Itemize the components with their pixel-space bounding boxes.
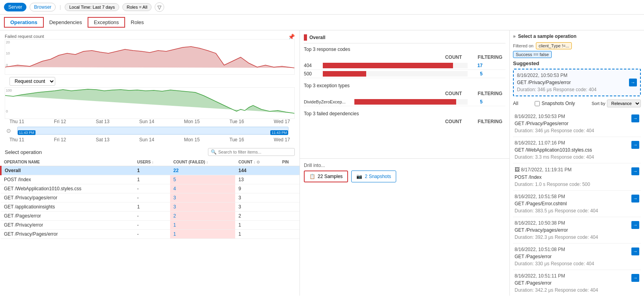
snapshots-only-checkbox[interactable] <box>535 101 540 106</box>
x-label-sun: Sun 14 <box>139 119 154 124</box>
op-count-cell: 3 <box>235 202 279 212</box>
stat-code: 404 <box>304 63 320 68</box>
chart-dropdown[interactable]: Request count <box>9 77 55 86</box>
sample-time: 8/16/2022, 10:51:08 PM <box>515 246 631 253</box>
all-toggle-area: All <box>513 101 518 106</box>
count-sort-icon[interactable]: ↕ <box>254 160 256 164</box>
tr-label-tue: Tue 16 <box>230 137 244 142</box>
list-item[interactable]: 🖼 8/17/2022, 11:19:31 PM POST /Index Dur… <box>513 163 641 191</box>
right-panel: » Select a sample operation Filtered on … <box>510 30 644 296</box>
table-row[interactable]: GET /WebApplication1010.styles.css - 4 9 <box>1 184 300 193</box>
tab-roles[interactable]: Roles <box>125 18 149 27</box>
filter-icon[interactable]: ▽ <box>155 2 164 12</box>
sample-info: 🖼 8/17/2022, 11:19:31 PM POST /Index Dur… <box>515 166 631 188</box>
list-item[interactable]: 8/16/2022, 11:07:16 PM GET /WebApplicati… <box>513 137 641 163</box>
tab-operations[interactable]: Operations <box>4 17 44 28</box>
response-codes-label: Top 3 response codes <box>304 47 505 52</box>
tab-server-button[interactable]: Server <box>4 3 26 11</box>
x-label-fri: Fri 12 <box>54 119 66 124</box>
sample-arrow-button[interactable]: → <box>631 167 639 175</box>
count-failed-sort-icon[interactable]: ↕ <box>206 160 208 164</box>
range-help-icon[interactable]: ⊙ <box>6 128 11 134</box>
samples-button[interactable]: 📋 22 Samples <box>304 171 348 182</box>
snapshots-button[interactable]: 📷 2 Snapshots <box>351 171 396 182</box>
list-item[interactable]: 8/16/2022, 10:50:38 PM GET /Privacy/page… <box>513 217 641 244</box>
sample-arrow-button[interactable]: → <box>631 274 639 282</box>
tr-label-sat: Sat 13 <box>96 137 110 142</box>
sample-arrow-button[interactable]: → <box>631 248 639 255</box>
sample-method: GET /Pages/Error.cshtml <box>515 200 631 207</box>
drill-buttons: 📋 22 Samples 📷 2 Snapshots <box>304 171 505 182</box>
op-pin-cell <box>279 221 300 230</box>
suggested-item[interactable]: 8/16/2022, 10:50:53 PM GET /Privacy/Page… <box>513 69 641 96</box>
op-users-cell: - <box>134 193 170 202</box>
sample-time: 8/16/2022, 10:51:58 PM <box>515 193 631 200</box>
table-row[interactable]: GET /Privacy/error - 1 1 <box>1 221 300 230</box>
tab-exceptions[interactable]: Exceptions <box>88 17 125 28</box>
filter-roles-button[interactable]: Roles = All <box>122 3 152 11</box>
sample-duration: Duration: 342.2 μs Response code: 404 <box>515 287 631 294</box>
tr-label-sun: Sun 14 <box>139 137 154 142</box>
drill-title: Drill into... <box>304 163 505 168</box>
table-row[interactable]: GET /Privacy/Pages/error - 1 1 <box>1 230 300 239</box>
search-box[interactable]: 🔍 <box>208 148 295 156</box>
sample-arrow-button[interactable]: → <box>631 221 639 229</box>
exception-type-row: DivideByZeroExcep... 5 <box>304 98 505 106</box>
list-item[interactable]: 8/16/2022, 10:50:53 PM GET /Privacy/Page… <box>513 111 641 137</box>
overall-label: Overall <box>309 35 326 40</box>
search-input[interactable] <box>218 150 292 154</box>
table-row[interactable]: Overall 1 22 144 <box>1 166 300 175</box>
stat-bar-fill <box>323 63 453 68</box>
col-count: COUNT ↕ ⊙ <box>235 158 279 166</box>
sample-arrow-button[interactable]: → <box>631 114 639 122</box>
operations-table-container: OPERATION NAME USERS ↕ COUNT (FAILED) ↕ … <box>0 158 300 296</box>
filter-tag-client[interactable]: client_Type !=... <box>536 42 572 49</box>
op-count-failed-cell: 2 <box>170 212 235 221</box>
tab-dependencies[interactable]: Dependencies <box>44 18 88 27</box>
stat-bar <box>323 63 468 68</box>
suggested-arrow-button[interactable]: → <box>629 79 637 86</box>
list-item[interactable]: 8/16/2022, 10:51:58 PM GET /Pages/Error.… <box>513 191 641 217</box>
op-users-cell: 1 <box>134 202 170 212</box>
middle-panel: Overall Top 3 response codes COUNT FILTE… <box>300 30 510 296</box>
table-row[interactable]: POST /Index 1 5 13 <box>1 175 300 184</box>
op-users-cell: - <box>134 212 170 221</box>
sort-select[interactable]: Relevance <box>607 99 641 107</box>
tr-label-wed: Wed 17 <box>274 137 290 142</box>
filter-prefix: Filtered on <box>513 43 534 48</box>
operations-header: Select operation 🔍 <box>0 146 300 158</box>
expand-icon[interactable]: » <box>513 34 516 39</box>
sample-method: POST /Index <box>515 174 631 181</box>
op-name-cell: GET /Privacy/error <box>1 221 134 230</box>
op-count-cell: 1 <box>235 230 279 239</box>
exc-count: 5 <box>471 99 483 105</box>
sort-by-label: Sort by <box>592 101 605 106</box>
exc-bar-fill <box>354 99 456 105</box>
op-pin-cell <box>279 166 300 175</box>
list-item[interactable]: 8/16/2022, 10:51:08 PM GET /Pages/error … <box>513 244 641 270</box>
op-pin-cell <box>279 230 300 239</box>
op-count-failed-cell: 1 <box>170 221 235 230</box>
chart-area: Failed request count 📌 20 10 0 Request c… <box>0 30 300 146</box>
list-item[interactable]: 8/16/2022, 10:51:11 PM GET /Pages/error … <box>513 270 641 296</box>
op-name-cell: GET /WebApplication1010.styles.css <box>1 184 134 193</box>
table-row[interactable]: GET /Privacy/pages/error - 3 3 <box>1 193 300 202</box>
rc-col-count: COUNT <box>445 54 462 60</box>
fd-col-count: COUNT <box>445 119 462 124</box>
tab-browser-button[interactable]: Browser <box>30 3 56 11</box>
sample-arrow-button[interactable]: → <box>631 195 639 202</box>
users-sort-icon[interactable]: ↕ <box>152 160 154 164</box>
filter-time-button[interactable]: Local Time: Last 7 days <box>65 3 119 11</box>
filter-tag-success[interactable]: Success == false <box>513 51 552 58</box>
op-name-cell: GET /applicationinsights <box>1 202 134 212</box>
table-row[interactable]: GET /applicationinsights 1 3 3 <box>1 202 300 212</box>
sample-arrow-button[interactable]: → <box>631 141 639 149</box>
rc-col-filtering: FILTERING <box>478 54 502 60</box>
x-label-wed: Wed 17 <box>274 119 290 124</box>
pin-header-icon: ⊙ <box>256 160 260 164</box>
operations-title: Select operation <box>5 149 42 155</box>
op-count-failed-cell: 22 <box>170 166 235 175</box>
table-row[interactable]: GET /Pages/error - 2 2 <box>1 212 300 221</box>
operations-area: Select operation 🔍 OPERATION NAME USERS … <box>0 146 300 296</box>
stat-bar-fill <box>323 71 366 77</box>
